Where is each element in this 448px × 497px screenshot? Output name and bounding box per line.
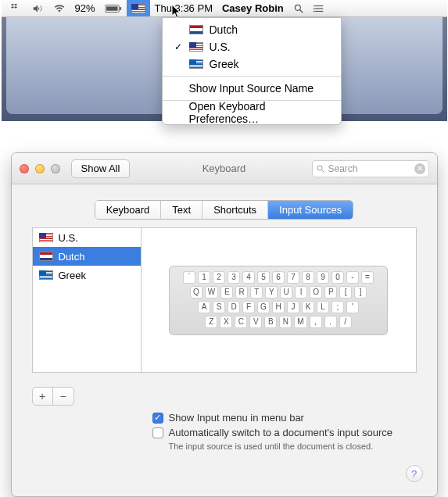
notification-center-icon[interactable] bbox=[309, 0, 329, 16]
key: R bbox=[235, 286, 248, 299]
svg-line-12 bbox=[321, 170, 324, 172]
key: H bbox=[272, 301, 285, 313]
search-icon bbox=[316, 164, 325, 173]
nl-flag-icon bbox=[39, 252, 53, 261]
list-label: Dutch bbox=[59, 251, 85, 263]
tab-text[interactable]: Text bbox=[161, 201, 202, 219]
input-source-list[interactable]: U.S. Dutch Greek bbox=[32, 227, 142, 373]
key: X bbox=[220, 316, 232, 328]
list-label: Greek bbox=[59, 270, 86, 281]
key: 1 bbox=[198, 271, 210, 284]
key: G bbox=[257, 301, 270, 313]
clock[interactable]: Thu 3:36 PM bbox=[150, 0, 217, 16]
hint-text: The input source is used until the docum… bbox=[152, 442, 417, 451]
dd-label: Greek bbox=[210, 58, 239, 70]
key: 8 bbox=[302, 271, 314, 284]
nl-flag-icon bbox=[189, 25, 203, 34]
svg-rect-5 bbox=[314, 5, 323, 5]
svg-rect-1 bbox=[106, 6, 117, 11]
help-button[interactable]: ? bbox=[406, 465, 423, 482]
key: C bbox=[235, 316, 247, 328]
user-menu[interactable]: Casey Robin bbox=[217, 0, 289, 16]
key: 4 bbox=[242, 271, 255, 284]
menu-separator bbox=[163, 76, 341, 77]
volume-icon[interactable] bbox=[27, 0, 48, 16]
input-source-menu-icon[interactable] bbox=[127, 0, 150, 16]
dd-label: U.S. bbox=[210, 41, 231, 53]
key: Z bbox=[205, 316, 217, 328]
key: I bbox=[295, 286, 307, 299]
key: O bbox=[310, 286, 322, 299]
cursor-icon bbox=[172, 5, 183, 19]
prefs-tabs: Keyboard Text Shortcuts Input Sources bbox=[95, 200, 354, 220]
key: E bbox=[220, 286, 233, 299]
key: D bbox=[228, 301, 240, 313]
tab-input-sources[interactable]: Input Sources bbox=[268, 201, 353, 219]
checkbox-label: Show Input menu in menu bar bbox=[169, 412, 304, 424]
dropbox-icon[interactable] bbox=[6, 0, 27, 16]
open-keyboard-preferences[interactable]: Open Keyboard Preferences… bbox=[163, 104, 341, 121]
spotlight-icon[interactable] bbox=[289, 0, 309, 16]
svg-point-9 bbox=[314, 8, 314, 9]
key: K bbox=[302, 301, 314, 313]
svg-point-3 bbox=[295, 5, 300, 10]
battery-percent: 92% bbox=[70, 0, 100, 16]
input-source-item-greek[interactable]: Greek bbox=[163, 55, 341, 73]
search-input[interactable]: Search ✕ bbox=[312, 160, 429, 177]
us-flag-icon bbox=[39, 233, 53, 242]
key: P bbox=[324, 286, 337, 299]
zoom-button[interactable] bbox=[51, 164, 60, 173]
svg-point-8 bbox=[314, 5, 314, 6]
input-source-item-us[interactable]: ✓ U.S. bbox=[163, 38, 341, 55]
list-item-dutch[interactable]: Dutch bbox=[33, 247, 141, 266]
svg-rect-2 bbox=[120, 7, 121, 10]
key: S bbox=[213, 301, 225, 313]
tab-keyboard[interactable]: Keyboard bbox=[95, 201, 162, 219]
titlebar: Show All Keyboard Search ✕ bbox=[12, 153, 437, 184]
keyboard-prefs-window: Show All Keyboard Search ✕ Keyboard Text… bbox=[11, 152, 438, 497]
add-source-button[interactable]: + bbox=[33, 388, 53, 405]
key: [ bbox=[339, 286, 352, 299]
dd-label: Open Keyboard Preferences… bbox=[189, 100, 327, 125]
input-source-item-dutch[interactable]: Dutch bbox=[163, 21, 341, 38]
key: ] bbox=[354, 286, 367, 299]
key: W bbox=[205, 286, 218, 299]
key: M bbox=[294, 316, 306, 328]
checkbox-auto-switch[interactable] bbox=[152, 427, 163, 438]
key: U bbox=[280, 286, 292, 299]
dd-label: Dutch bbox=[210, 23, 238, 36]
input-source-dropdown: Dutch ✓ U.S. Greek Show Input Source Nam… bbox=[162, 17, 342, 125]
key: L bbox=[317, 301, 329, 313]
svg-point-11 bbox=[317, 166, 322, 170]
close-button[interactable] bbox=[20, 164, 29, 173]
tab-shortcuts[interactable]: Shortcuts bbox=[202, 201, 268, 219]
key: - bbox=[346, 271, 359, 284]
checkbox-show-input-menu[interactable]: ✓ bbox=[152, 413, 163, 424]
remove-source-button[interactable]: − bbox=[53, 388, 73, 405]
key: 2 bbox=[213, 271, 225, 284]
svg-line-4 bbox=[299, 9, 303, 13]
search-placeholder: Search bbox=[328, 163, 358, 174]
battery-icon[interactable] bbox=[100, 0, 127, 16]
key: 3 bbox=[228, 271, 240, 284]
show-all-button[interactable]: Show All bbox=[71, 159, 131, 178]
keyboard-preview: `1234567890-=QWERTYUIOP[]ASDFGHJKL;'ZXCV… bbox=[142, 227, 417, 373]
key: , bbox=[310, 316, 322, 328]
key: 5 bbox=[257, 271, 270, 284]
key: B bbox=[264, 316, 277, 328]
minimize-button[interactable] bbox=[35, 164, 45, 173]
clear-search-icon[interactable]: ✕ bbox=[414, 163, 425, 174]
key: 9 bbox=[317, 271, 329, 284]
key: = bbox=[361, 271, 374, 284]
list-item-greek[interactable]: Greek bbox=[33, 266, 141, 284]
svg-point-10 bbox=[314, 10, 314, 12]
key: V bbox=[249, 316, 262, 328]
list-item-us[interactable]: U.S. bbox=[33, 228, 141, 247]
list-label: U.S. bbox=[59, 232, 78, 244]
dd-label: Show Input Source Name bbox=[189, 82, 314, 95]
us-flag-icon bbox=[189, 42, 203, 52]
show-input-source-name[interactable]: Show Input Source Name bbox=[163, 80, 341, 97]
key: N bbox=[279, 316, 292, 328]
gr-flag-icon bbox=[189, 59, 203, 69]
wifi-icon[interactable] bbox=[48, 0, 70, 16]
